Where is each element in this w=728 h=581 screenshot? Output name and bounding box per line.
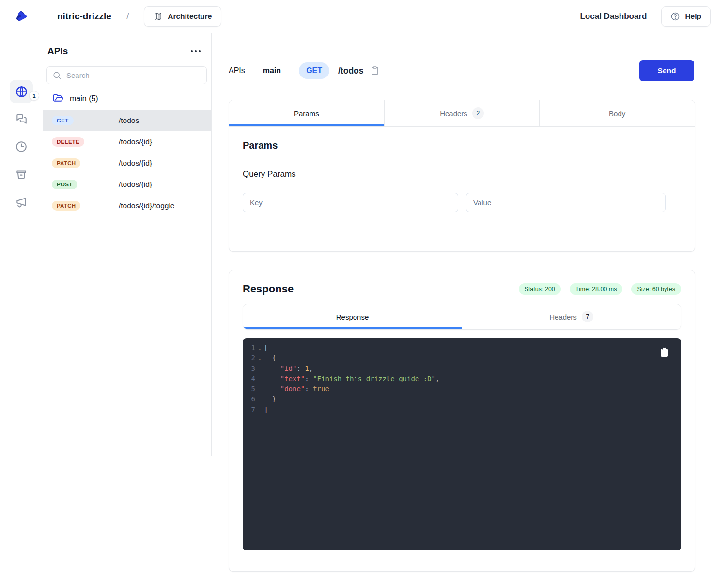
method-badge-slot: PATCH — [52, 158, 119, 168]
method-badge-slot: DELETE — [52, 137, 119, 147]
code-text: ] — [264, 405, 268, 415]
copy-path-button[interactable] — [369, 65, 381, 76]
line-number: 5 — [243, 384, 255, 394]
endpoint-path: /todos/{id} — [119, 180, 152, 189]
breadcrumb-separator: / — [126, 11, 129, 22]
code-line: 3 "id": 1, — [243, 364, 681, 374]
endpoint-path: /todos/{id}/toggle — [119, 201, 175, 210]
code-text: "done": true — [264, 384, 329, 394]
clipboard-icon — [370, 66, 380, 76]
tab-body[interactable]: Body — [539, 100, 695, 126]
breadcrumb-divider — [290, 61, 290, 80]
folder-open-icon — [53, 93, 64, 104]
breadcrumb: APIs main GET /todos — [229, 60, 381, 81]
nitric-logo[interactable] — [0, 0, 43, 33]
response-status-badges: Status: 200Time: 28.00 msSize: 60 bytes — [519, 283, 681, 295]
response-card: Response Status: 200Time: 28.00 msSize: … — [229, 270, 695, 572]
nav-item-apis[interactable] — [10, 80, 33, 103]
send-button[interactable]: Send — [639, 60, 694, 81]
fold-chevron-icon[interactable]: ⌄ — [255, 343, 264, 353]
code-text: { — [264, 353, 276, 363]
method-badge: PATCH — [52, 201, 80, 211]
tab-response[interactable]: Response — [243, 304, 462, 329]
endpoint-row[interactable]: PATCH/todos/{id} — [43, 153, 211, 174]
apis-count-badge: 1 — [29, 91, 39, 101]
method-badge: PATCH — [52, 158, 80, 168]
endpoint-row[interactable]: DELETE/todos/{id} — [43, 131, 211, 153]
nav-item-websockets[interactable] — [15, 113, 28, 125]
nav-item-storage[interactable] — [15, 168, 28, 181]
storage-box-icon — [15, 168, 28, 181]
map-icon — [153, 12, 163, 21]
tab-label: Response — [336, 313, 369, 321]
code-editor-lines: 1⌄[2⌄ {3 "id": 1,4 "text": "Finish this … — [243, 343, 681, 415]
breadcrumb-root: APIs — [229, 66, 245, 75]
fold-spacer — [255, 384, 264, 394]
globe-icon — [15, 85, 28, 98]
api-folder-main[interactable]: main (5) — [43, 84, 211, 110]
tab-label: Headers — [549, 313, 577, 321]
code-line: 6 } — [243, 394, 681, 404]
code-line: 5 "done": true — [243, 384, 681, 394]
method-badge-slot: PATCH — [52, 201, 119, 211]
code-text: "text": "Finish this drizzle guide :D", — [264, 374, 439, 384]
search-input[interactable] — [46, 66, 207, 84]
tab-headers[interactable]: Headers 2 — [384, 100, 540, 126]
endpoint-path: /todos — [119, 116, 139, 125]
fold-spacer — [255, 374, 264, 384]
param-value-input[interactable] — [466, 193, 666, 212]
param-key-input[interactable] — [243, 193, 458, 212]
code-line: 2⌄ { — [243, 353, 681, 363]
fold-spacer — [255, 364, 264, 374]
line-number: 1 — [243, 343, 255, 353]
apis-panel-title: APIs — [47, 46, 68, 57]
response-code-editor[interactable]: 1⌄[2⌄ {3 "id": 1,4 "text": "Finish this … — [243, 338, 681, 550]
fold-chevron-icon[interactable]: ⌄ — [255, 353, 264, 363]
method-badge: DELETE — [52, 137, 84, 147]
headers-count-badge: 2 — [472, 107, 484, 119]
apis-panel: APIs main (5) GET/todosDELETE/todos/{id}… — [43, 33, 212, 456]
nitric-logo-icon — [11, 6, 31, 27]
params-section-title: Params — [243, 140, 681, 151]
code-line: 7] — [243, 405, 681, 415]
project-name: nitric-drizzle — [57, 11, 111, 22]
line-number: 3 — [243, 364, 255, 374]
copy-response-button[interactable] — [659, 346, 669, 358]
endpoint-path-label: /todos — [338, 66, 364, 76]
tab-response-headers[interactable]: Headers 7 — [462, 304, 681, 329]
main-content: APIs main GET /todos Send Params Header — [212, 33, 728, 581]
code-text: "id": 1, — [264, 364, 313, 374]
method-pill: GET — [299, 62, 329, 79]
help-button-label: Help — [685, 12, 701, 21]
tab-params[interactable]: Params — [229, 100, 384, 126]
endpoint-list: GET/todosDELETE/todos/{id}PATCH/todos/{i… — [43, 110, 211, 216]
fold-spacer — [255, 405, 264, 415]
request-card: Params Headers 2 Body Params Query Param… — [229, 100, 695, 252]
response-section-title: Response — [243, 283, 294, 295]
nav-item-schedules[interactable] — [15, 140, 28, 153]
response-tabs: Response Headers 7 — [243, 304, 681, 330]
endpoint-row[interactable]: PATCH/todos/{id}/toggle — [43, 195, 211, 216]
help-button[interactable]: Help — [661, 6, 711, 27]
endpoint-path: /todos/{id} — [119, 159, 152, 168]
status-badge: Status: 200 — [519, 283, 561, 295]
nav-item-topics[interactable] — [15, 196, 28, 208]
tab-label: Headers — [440, 109, 467, 118]
breadcrumb-group: main — [263, 66, 281, 75]
method-badge: POST — [52, 180, 77, 189]
architecture-button-label: Architecture — [168, 12, 212, 21]
ellipsis-menu-icon[interactable] — [190, 47, 201, 55]
nitric-local-dashboard: nitric-drizzle / Architecture Local Dash… — [0, 0, 728, 581]
endpoint-path: /todos/{id} — [119, 138, 152, 146]
endpoint-row[interactable]: GET/todos — [43, 110, 211, 131]
folder-label: main (5) — [70, 94, 98, 103]
megaphone-icon — [15, 196, 28, 208]
search-icon — [52, 71, 62, 80]
breadcrumb-divider — [254, 61, 254, 80]
query-params-title: Query Params — [243, 169, 681, 179]
line-number: 6 — [243, 394, 255, 404]
top-header: nitric-drizzle / Architecture Local Dash… — [0, 0, 728, 33]
tab-label: Body — [609, 109, 625, 118]
architecture-button[interactable]: Architecture — [144, 6, 221, 27]
endpoint-row[interactable]: POST/todos/{id} — [43, 174, 211, 195]
